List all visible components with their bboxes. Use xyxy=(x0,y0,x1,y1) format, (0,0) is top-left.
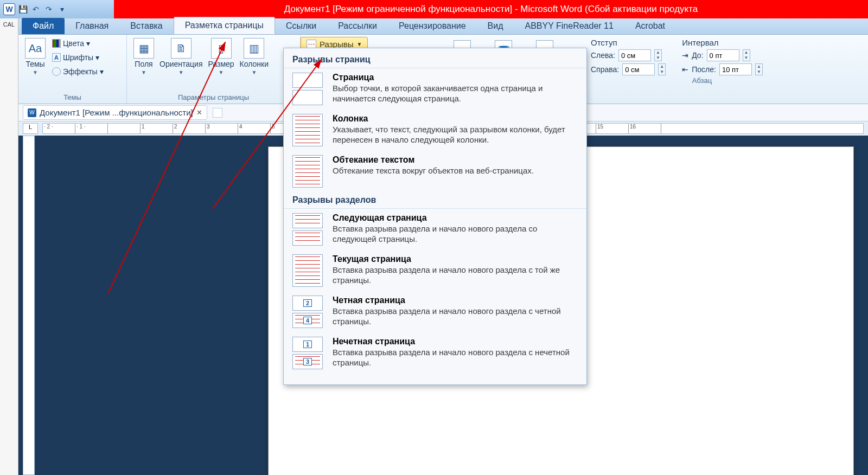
margins-button[interactable]: ▦Поля▼ xyxy=(132,37,155,76)
break-option-text-wrap[interactable]: Обтекание текстомОбтекание текста вокруг… xyxy=(284,151,586,192)
new-tab-icon[interactable] xyxy=(213,108,222,118)
title-bar: W 💾 ↶ ↷ ▾ Документ1 [Режим ограниченной … xyxy=(0,0,868,18)
orientation-button[interactable]: 🗎Ориентация▼ xyxy=(158,37,203,76)
theme-fonts-button[interactable]: AШрифты ▾ xyxy=(50,52,106,63)
left-app-strip: CAL xyxy=(0,18,18,475)
break-option-page[interactable]: СтраницаВыбор точки, в которой заканчива… xyxy=(284,68,586,110)
tab-acrobat[interactable]: Acrobat xyxy=(624,18,676,34)
break-option-column[interactable]: КолонкаУказывает, что текст, следующий з… xyxy=(284,110,586,151)
break-option-odd-page[interactable]: Нечетная страницаВставка разрыва раздела… xyxy=(284,332,586,374)
dropdown-caret-icon: ▼ xyxy=(356,41,362,47)
break-option-even-page[interactable]: Четная страницаВставка разрыва раздела и… xyxy=(284,291,586,332)
tab-selector[interactable]: L xyxy=(23,123,38,134)
spacing-before-label: До: xyxy=(692,51,703,60)
vertical-ruler[interactable] xyxy=(23,136,35,475)
group-paragraph-label: Абзац xyxy=(591,75,813,86)
themes-icon: Aa xyxy=(25,38,46,59)
size-icon: ▯ xyxy=(211,38,232,59)
spacing-after-label: После: xyxy=(692,65,716,74)
indent-right-label: Справа: xyxy=(591,65,619,74)
dropdown-section-section-breaks: Разрывы разделов xyxy=(284,192,586,209)
ribbon-tabs: Файл Главная Вставка Разметка страницы С… xyxy=(18,18,868,35)
tab-view[interactable]: Вид xyxy=(477,18,514,34)
group-page-setup: ▦Поля▼ 🗎Ориентация▼ ▯Размер▼ ▥Колонки▼ П… xyxy=(127,35,301,104)
breaks-icon xyxy=(307,40,316,48)
indent-right-input[interactable] xyxy=(622,63,655,75)
indent-left-label: Слева: xyxy=(591,51,615,60)
tab-page-layout[interactable]: Разметка страницы xyxy=(174,17,275,34)
qat-more-icon[interactable]: ▾ xyxy=(56,4,67,15)
tab-abbyy[interactable]: ABBYY FineReader 11 xyxy=(514,18,624,34)
breaks-dropdown-menu: Разрывы страниц СтраницаВыбор точки, в к… xyxy=(283,48,587,385)
group-paragraph: Отступ Слева:▲▼ Справа:▲▼ Интервал ⇥До:▲… xyxy=(585,35,819,87)
margins-icon: ▦ xyxy=(133,38,154,59)
colors-icon xyxy=(52,39,61,48)
columns-icon: ▥ xyxy=(244,38,264,59)
break-option-continuous[interactable]: Текущая страницаВставка разрыва раздела … xyxy=(284,250,586,291)
redo-icon[interactable]: ↷ xyxy=(43,4,54,15)
tab-review[interactable]: Рецензирование xyxy=(388,18,477,34)
tab-home[interactable]: Главная xyxy=(65,18,119,34)
columns-button[interactable]: ▥Колонки▼ xyxy=(239,37,270,76)
effects-icon xyxy=(52,67,61,76)
dropdown-section-page-breaks: Разрывы страниц xyxy=(284,52,586,68)
spacing-after-input[interactable] xyxy=(719,63,752,75)
spinner[interactable]: ▲▼ xyxy=(654,49,662,61)
break-option-next-page[interactable]: Следующая страницаВставка разрыва раздел… xyxy=(284,209,586,250)
spacing-after-icon: ⇤ xyxy=(682,65,688,74)
orientation-icon: 🗎 xyxy=(171,38,192,59)
undo-icon[interactable]: ↶ xyxy=(30,4,41,15)
indent-header: Отступ xyxy=(591,38,666,47)
window-title: Документ1 [Режим ограниченной функционал… xyxy=(114,0,868,18)
word-doc-icon: W xyxy=(28,108,36,117)
save-icon[interactable]: 💾 xyxy=(17,4,28,15)
fonts-icon: A xyxy=(52,53,61,62)
word-icon: W xyxy=(3,3,15,15)
spinner[interactable]: ▲▼ xyxy=(743,49,750,61)
tab-references[interactable]: Ссылки xyxy=(275,18,327,34)
spacing-before-input[interactable] xyxy=(707,49,739,61)
group-themes: Aa Темы ▼ Цвета ▾ AШрифты ▾ Эффекты ▾ Те… xyxy=(18,35,127,104)
theme-effects-button[interactable]: Эффекты ▾ xyxy=(50,66,106,77)
tab-file[interactable]: Файл xyxy=(22,18,65,34)
spinner[interactable]: ▲▼ xyxy=(658,63,666,75)
spinner[interactable]: ▲▼ xyxy=(755,63,763,75)
quick-access-toolbar: W 💾 ↶ ↷ ▾ xyxy=(0,0,114,18)
theme-colors-button[interactable]: Цвета ▾ xyxy=(50,38,106,49)
tab-mailings[interactable]: Рассылки xyxy=(327,18,388,34)
spacing-header: Интервал xyxy=(682,38,763,47)
left-app-fragment: CAL xyxy=(3,21,15,28)
tab-insert[interactable]: Вставка xyxy=(119,18,173,34)
group-themes-label: Темы xyxy=(24,92,121,102)
spacing-before-icon: ⇥ xyxy=(682,51,688,60)
document-tab[interactable]: W Документ1 [Режим ...функциональности] … xyxy=(23,105,207,120)
themes-label: Темы xyxy=(25,60,44,68)
size-button[interactable]: ▯Размер▼ xyxy=(207,37,235,76)
dropdown-caret-icon: ▼ xyxy=(33,69,38,75)
close-icon[interactable]: ✕ xyxy=(196,108,202,117)
indent-left-input[interactable] xyxy=(618,49,651,61)
group-page-setup-label: Параметры страницы xyxy=(132,92,295,102)
themes-button[interactable]: Aa Темы ▼ xyxy=(24,37,47,76)
